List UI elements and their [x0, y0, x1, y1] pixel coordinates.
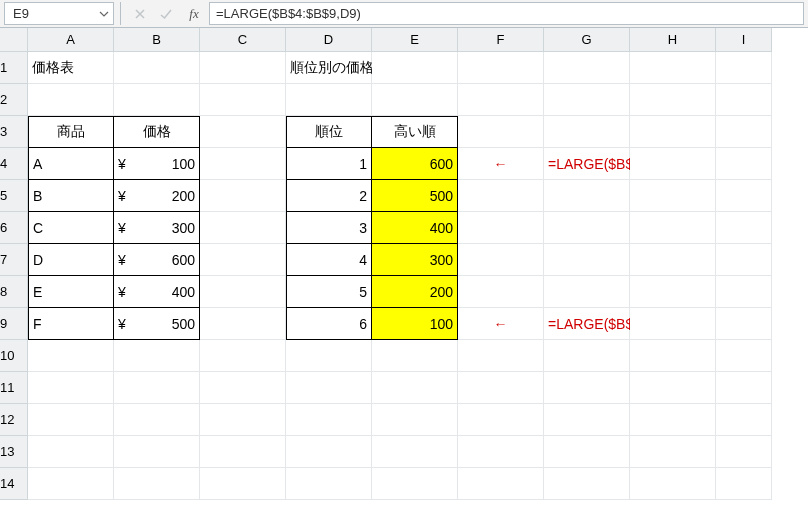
cell-H13[interactable]	[630, 436, 716, 468]
cell-I1[interactable]	[716, 52, 772, 84]
cell-B7[interactable]: ¥600	[114, 244, 200, 276]
cell-F14[interactable]	[458, 468, 544, 500]
cell-F7[interactable]	[458, 244, 544, 276]
cell-A9[interactable]: F	[28, 308, 114, 340]
cell-G2[interactable]	[544, 84, 630, 116]
cell-I9[interactable]	[716, 308, 772, 340]
cell-E2[interactable]	[372, 84, 458, 116]
cell-H1[interactable]	[630, 52, 716, 84]
cell-G5[interactable]	[544, 180, 630, 212]
cell-H2[interactable]	[630, 84, 716, 116]
cell-H9[interactable]	[630, 308, 716, 340]
cell-G12[interactable]	[544, 404, 630, 436]
cell-C7[interactable]	[200, 244, 286, 276]
cell-D5[interactable]: 2	[286, 180, 372, 212]
cell-B8[interactable]: ¥400	[114, 276, 200, 308]
cell-I13[interactable]	[716, 436, 772, 468]
cell-E10[interactable]	[372, 340, 458, 372]
col-header-F[interactable]: F	[458, 28, 544, 52]
cell-E4[interactable]: 600	[372, 148, 458, 180]
cell-I8[interactable]	[716, 276, 772, 308]
cell-E8[interactable]: 200	[372, 276, 458, 308]
select-all-corner[interactable]	[0, 28, 28, 52]
cell-E14[interactable]	[372, 468, 458, 500]
cell-A10[interactable]	[28, 340, 114, 372]
row-header-3[interactable]: 3	[0, 116, 28, 148]
cell-C2[interactable]	[200, 84, 286, 116]
cell-E13[interactable]	[372, 436, 458, 468]
insert-function-icon[interactable]: fx	[179, 0, 209, 27]
cell-I3[interactable]	[716, 116, 772, 148]
cell-A4[interactable]: A	[28, 148, 114, 180]
cell-C12[interactable]	[200, 404, 286, 436]
cell-I5[interactable]	[716, 180, 772, 212]
cell-C11[interactable]	[200, 372, 286, 404]
cell-D2[interactable]	[286, 84, 372, 116]
cell-E7[interactable]: 300	[372, 244, 458, 276]
cell-G14[interactable]	[544, 468, 630, 500]
cell-E3[interactable]: 高い順	[372, 116, 458, 148]
cell-B14[interactable]	[114, 468, 200, 500]
cell-C3[interactable]	[200, 116, 286, 148]
row-header-11[interactable]: 11	[0, 372, 28, 404]
cell-D7[interactable]: 4	[286, 244, 372, 276]
chevron-down-icon[interactable]	[99, 9, 109, 19]
row-header-7[interactable]: 7	[0, 244, 28, 276]
col-header-E[interactable]: E	[372, 28, 458, 52]
cell-E6[interactable]: 400	[372, 212, 458, 244]
row-header-5[interactable]: 5	[0, 180, 28, 212]
formula-input[interactable]: =LARGE($B$4:$B$9,D9)	[209, 2, 804, 25]
cell-D10[interactable]	[286, 340, 372, 372]
name-box[interactable]: E9	[4, 2, 114, 25]
row-header-14[interactable]: 14	[0, 468, 28, 500]
cell-I4[interactable]	[716, 148, 772, 180]
cell-D9[interactable]: 6	[286, 308, 372, 340]
cell-A2[interactable]	[28, 84, 114, 116]
cell-D3[interactable]: 順位	[286, 116, 372, 148]
cell-G7[interactable]	[544, 244, 630, 276]
cell-H3[interactable]	[630, 116, 716, 148]
cell-C10[interactable]	[200, 340, 286, 372]
row-header-8[interactable]: 8	[0, 276, 28, 308]
col-header-I[interactable]: I	[716, 28, 772, 52]
cell-G3[interactable]	[544, 116, 630, 148]
cell-C6[interactable]	[200, 212, 286, 244]
row-header-9[interactable]: 9	[0, 308, 28, 340]
row-headers[interactable]: 1234567891011121314	[0, 52, 28, 500]
cell-A6[interactable]: C	[28, 212, 114, 244]
cell-F4[interactable]: ←	[458, 148, 544, 180]
row-header-2[interactable]: 2	[0, 84, 28, 116]
enter-formula-icon[interactable]	[153, 0, 179, 27]
cell-D12[interactable]	[286, 404, 372, 436]
cell-G13[interactable]	[544, 436, 630, 468]
cell-I11[interactable]	[716, 372, 772, 404]
cell-A7[interactable]: D	[28, 244, 114, 276]
cell-B5[interactable]: ¥200	[114, 180, 200, 212]
cell-F10[interactable]	[458, 340, 544, 372]
cell-A5[interactable]: B	[28, 180, 114, 212]
cell-F3[interactable]	[458, 116, 544, 148]
cell-B12[interactable]	[114, 404, 200, 436]
cell-H12[interactable]	[630, 404, 716, 436]
cell-G8[interactable]	[544, 276, 630, 308]
cell-A11[interactable]	[28, 372, 114, 404]
row-header-10[interactable]: 10	[0, 340, 28, 372]
cell-E11[interactable]	[372, 372, 458, 404]
cell-F6[interactable]	[458, 212, 544, 244]
cell-I14[interactable]	[716, 468, 772, 500]
col-header-A[interactable]: A	[28, 28, 114, 52]
cell-B9[interactable]: ¥500	[114, 308, 200, 340]
cell-I7[interactable]	[716, 244, 772, 276]
cell-D8[interactable]: 5	[286, 276, 372, 308]
row-header-1[interactable]: 1	[0, 52, 28, 84]
cell-C8[interactable]	[200, 276, 286, 308]
cell-B1[interactable]	[114, 52, 200, 84]
cell-A8[interactable]: E	[28, 276, 114, 308]
cell-G11[interactable]	[544, 372, 630, 404]
cell-A3[interactable]: 商品	[28, 116, 114, 148]
cell-E9[interactable]: 100	[372, 308, 458, 340]
cell-F12[interactable]	[458, 404, 544, 436]
column-headers[interactable]: ABCDEFGHI	[28, 28, 772, 52]
cell-H4[interactable]	[630, 148, 716, 180]
cell-G6[interactable]	[544, 212, 630, 244]
